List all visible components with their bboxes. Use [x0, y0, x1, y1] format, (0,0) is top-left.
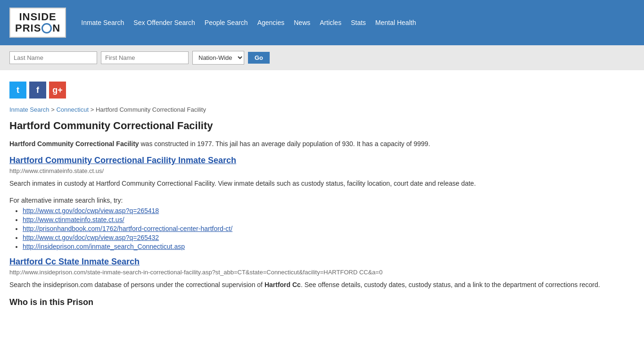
list-item: http://www.ct.gov/doc/cwp/view.asp?q=265…	[23, 207, 622, 214]
logo-inside-text: INSIDE	[15, 11, 60, 23]
logo-n: N	[52, 23, 60, 34]
facility-name-bold: Hartford Community Correctional Facility	[9, 140, 139, 148]
header: INSIDE PRISN Inmate Search Sex Offender …	[0, 0, 644, 45]
page-title: Hartford Community Correctional Facility	[9, 120, 622, 132]
google-plus-icon[interactable]: g+	[49, 82, 66, 99]
nav-sex-offender-search[interactable]: Sex Offender Search	[130, 17, 198, 28]
breadcrumb-current: Hartford Community Correctional Facility	[96, 106, 206, 113]
who-title: Who is in this Prison	[9, 297, 622, 307]
logo-o-circle	[41, 23, 52, 33]
facebook-letter: f	[36, 85, 39, 95]
alt-link-3[interactable]: http://prisonhandbook.com/1762/hartford-…	[23, 225, 232, 232]
nav-news[interactable]: News	[290, 17, 314, 28]
alt-link-1[interactable]: http://www.ct.gov/doc/cwp/view.asp?q=265…	[23, 207, 159, 214]
facility-description: Hartford Community Correctional Facility…	[9, 139, 622, 149]
logo[interactable]: INSIDE PRISN	[9, 8, 66, 38]
last-name-input[interactable]	[9, 51, 97, 64]
alt-links-list: http://www.ct.gov/doc/cwp/view.asp?q=265…	[23, 207, 622, 250]
inmate-search-url: http://www.ctinmateinfo.state.ct.us/	[9, 167, 622, 174]
facebook-icon[interactable]: f	[29, 82, 46, 99]
alt-link-4[interactable]: http://www.ct.gov/doc/cwp/view.asp?q=265…	[23, 234, 159, 241]
social-icons: t f g+	[9, 82, 622, 99]
scope-select[interactable]: Nation-Wide	[192, 51, 244, 65]
search-bar: Nation-Wide Go	[0, 45, 644, 70]
inmate-search-link[interactable]: Hartford Community Correctional Facility…	[9, 156, 236, 165]
breadcrumb-sep1: >	[51, 106, 56, 113]
state-desc-pre: Search the insideprison.com database of …	[9, 281, 264, 288]
nav-inmate-search[interactable]: Inmate Search	[77, 17, 128, 28]
nav-people-search[interactable]: People Search	[201, 17, 252, 28]
breadcrumb-connecticut[interactable]: Connecticut	[56, 106, 89, 113]
nav-stats[interactable]: Stats	[347, 17, 370, 28]
hartford-cc-bold: Hartford Cc	[264, 281, 301, 288]
alt-link-2[interactable]: http://www.ctinmateinfo.state.ct.us/	[23, 216, 124, 223]
alt-links-intro: For alternative inmate search links, try…	[9, 197, 622, 204]
logo-prison-text: PRISN	[15, 23, 60, 34]
google-letter: g+	[52, 85, 63, 95]
facility-description-rest: was constructed in 1977. This jail has a…	[139, 140, 430, 148]
twitter-letter: t	[17, 85, 19, 95]
nav-mental-health[interactable]: Mental Health	[372, 17, 420, 28]
nav-articles[interactable]: Articles	[316, 17, 345, 28]
state-inmate-search-desc: Search the insideprison.com database of …	[9, 280, 622, 290]
state-desc-post: . See offense details, custody dates, cu…	[301, 281, 600, 288]
list-item: http://www.ct.gov/doc/cwp/view.asp?q=265…	[23, 234, 622, 241]
nav-agencies[interactable]: Agencies	[254, 17, 289, 28]
alt-link-5[interactable]: http://insideprison.com/inmate_search_Co…	[23, 243, 185, 250]
first-name-input[interactable]	[101, 51, 189, 64]
state-inmate-search-heading: Hartford Cc State Inmate Search	[9, 257, 622, 267]
twitter-icon[interactable]: t	[9, 82, 26, 99]
breadcrumb: Inmate Search > Connecticut > Hartford C…	[9, 106, 622, 113]
inmate-search-heading: Hartford Community Correctional Facility…	[9, 156, 622, 165]
list-item: http://www.ctinmateinfo.state.ct.us/	[23, 216, 622, 223]
logo-pris: PRIS	[15, 23, 41, 34]
main-nav: Inmate Search Sex Offender Search People…	[77, 17, 420, 28]
state-inmate-search-url: http://www.insideprison.com/state-inmate…	[9, 269, 622, 276]
breadcrumb-inmate-search[interactable]: Inmate Search	[9, 106, 50, 113]
breadcrumb-sep2: >	[91, 106, 96, 113]
list-item: http://prisonhandbook.com/1762/hartford-…	[23, 225, 622, 232]
main-content: t f g+ Inmate Search > Connecticut > Har…	[0, 70, 632, 315]
list-item: http://insideprison.com/inmate_search_Co…	[23, 243, 622, 250]
state-inmate-search-link[interactable]: Hartford Cc State Inmate Search	[9, 257, 140, 266]
inmate-search-desc: Search inmates in custody at Hartford Co…	[9, 178, 622, 189]
go-button[interactable]: Go	[248, 52, 270, 64]
